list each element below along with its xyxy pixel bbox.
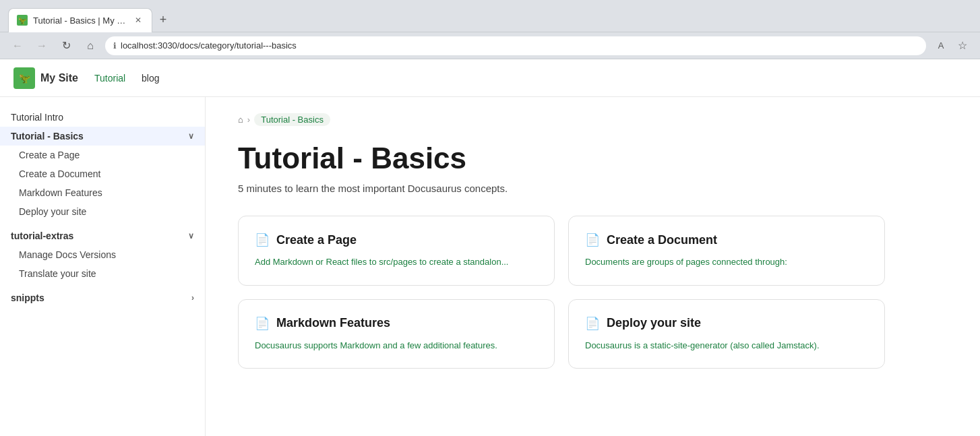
chevron-right-icon-snippts: › — [191, 293, 194, 303]
sidebar-item-create-document[interactable]: Create a Document — [0, 164, 205, 183]
back-icon: ← — [12, 40, 23, 52]
main-layout: Tutorial Intro Tutorial - Basics ∨ Creat… — [0, 97, 980, 436]
breadcrumb-separator: › — [247, 115, 250, 125]
breadcrumb-current[interactable]: Tutorial - Basics — [254, 113, 330, 126]
forward-button[interactable]: → — [32, 36, 51, 55]
card-deploy-icon: 📄 — [585, 316, 600, 331]
content-area: ⌂ › Tutorial - Basics Tutorial - Basics … — [206, 97, 980, 436]
card-create-document-title: Create a Document — [607, 233, 717, 247]
chevron-down-icon: ∨ — [188, 131, 194, 141]
back-button[interactable]: ← — [8, 36, 27, 55]
card-create-document[interactable]: 📄 Create a Document Documents are groups… — [568, 216, 885, 286]
refresh-button[interactable]: ↻ — [57, 36, 75, 55]
card-create-page-desc: Add Markdown or React files to src/pages… — [255, 255, 538, 269]
card-create-page[interactable]: 📄 Create a Page Add Markdown or React fi… — [238, 216, 555, 286]
card-markdown-features[interactable]: 📄 Markdown Features Docusaurus supports … — [238, 299, 555, 369]
browser-chrome: 🦖 Tutorial - Basics | My Site ✕ + — [0, 0, 980, 32]
chevron-down-icon-extras: ∨ — [188, 231, 194, 241]
logo-icon: 🦖 — [13, 67, 35, 89]
page-subtitle: 5 minutes to learn the most important Do… — [238, 183, 948, 194]
card-markdown-features-desc: Docusaurus supports Markdown and a few a… — [255, 339, 538, 352]
address-bar[interactable]: ℹ localhost:3030/docs/category/tutorial-… — [105, 36, 926, 55]
security-icon: ℹ — [113, 41, 117, 51]
tab-favicon: 🦖 — [17, 15, 28, 26]
tab-bar: 🦖 Tutorial - Basics | My Site ✕ + — [8, 0, 173, 32]
site-name: My Site — [40, 72, 78, 84]
tab-title: Tutorial - Basics | My Site — [33, 15, 127, 26]
sidebar-item-tutorial-intro[interactable]: Tutorial Intro — [0, 108, 205, 127]
card-create-page-title: Create a Page — [276, 233, 357, 247]
star-icon: ☆ — [958, 39, 967, 52]
sidebar-item-tutorial-extras[interactable]: tutorial-extras ∨ — [0, 226, 205, 245]
cards-grid: 📄 Create a Page Add Markdown or React fi… — [238, 216, 885, 369]
card-title-row-2: 📄 Create a Document — [585, 232, 868, 247]
home-button[interactable]: ⌂ — [81, 36, 100, 55]
breadcrumb-home-icon[interactable]: ⌂ — [238, 115, 243, 125]
nav-blog[interactable]: blog — [142, 73, 159, 84]
new-tab-button[interactable]: + — [154, 11, 173, 30]
sidebar-item-tutorial-basics[interactable]: Tutorial - Basics ∨ — [0, 127, 205, 146]
header-nav: Tutorial blog — [94, 73, 173, 84]
card-markdown-features-title: Markdown Features — [276, 316, 390, 330]
page-title: Tutorial - Basics — [238, 142, 948, 175]
card-title-row-4: 📄 Deploy your site — [585, 316, 868, 331]
active-tab[interactable]: 🦖 Tutorial - Basics | My Site ✕ — [8, 8, 152, 32]
url-text: localhost:3030/docs/category/tutorial---… — [121, 40, 297, 51]
card-create-document-desc: Documents are groups of pages connected … — [585, 255, 868, 269]
nav-right-icons: A ☆ — [931, 36, 972, 55]
home-icon: ⌂ — [87, 40, 94, 52]
sidebar-item-markdown-features[interactable]: Markdown Features — [0, 183, 205, 202]
breadcrumb: ⌂ › Tutorial - Basics — [238, 113, 948, 126]
sidebar: Tutorial Intro Tutorial - Basics ∨ Creat… — [0, 97, 206, 436]
translate-icon: A — [938, 40, 944, 51]
navigation-bar: ← → ↻ ⌂ ℹ localhost:3030/docs/category/t… — [0, 32, 980, 59]
forward-icon: → — [36, 40, 47, 52]
tab-close-button[interactable]: ✕ — [133, 15, 144, 26]
card-deploy-site-title: Deploy your site — [607, 316, 701, 330]
refresh-icon: ↻ — [62, 39, 71, 52]
translate-button[interactable]: A — [931, 36, 950, 55]
card-deploy-site-desc: Docusaurus is a static-site-generator (a… — [585, 339, 868, 352]
card-title-row: 📄 Create a Page — [255, 232, 538, 247]
card-markdown-icon: 📄 — [255, 316, 270, 331]
sidebar-item-deploy-site[interactable]: Deploy your site — [0, 202, 205, 221]
sidebar-item-translate[interactable]: Translate your site — [0, 264, 205, 283]
sidebar-item-manage-docs[interactable]: Manage Docs Versions — [0, 245, 205, 264]
sidebar-item-create-page[interactable]: Create a Page — [0, 146, 205, 164]
nav-tutorial[interactable]: Tutorial — [94, 73, 125, 84]
app-header: 🦖 My Site Tutorial blog — [0, 59, 980, 97]
bookmark-button[interactable]: ☆ — [953, 36, 972, 55]
card-deploy-site[interactable]: 📄 Deploy your site Docusaurus is a stati… — [568, 299, 885, 369]
sidebar-item-snippts[interactable]: snippts › — [0, 288, 205, 307]
site-logo[interactable]: 🦖 My Site — [13, 67, 78, 89]
card-title-row-3: 📄 Markdown Features — [255, 316, 538, 331]
card-document-icon: 📄 — [585, 232, 600, 247]
card-page-icon: 📄 — [255, 232, 270, 247]
